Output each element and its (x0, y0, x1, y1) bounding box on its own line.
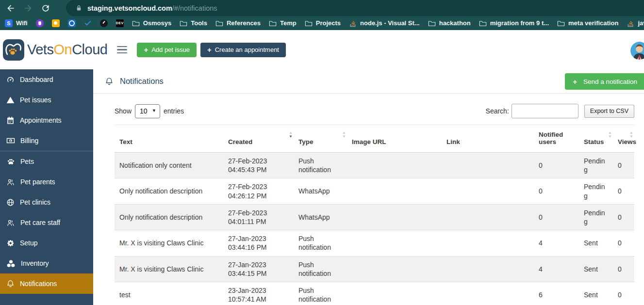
sidebar-item-inventory[interactable]: Inventory (0, 253, 93, 273)
bookmark-folder-tools[interactable]: Tools (180, 19, 207, 27)
bookmark-wifi[interactable]: SWifi (5, 19, 28, 27)
bookmark-folder-hackathon[interactable]: hackathon (428, 19, 471, 27)
column-header-views[interactable]: Views▲▼ (613, 125, 634, 153)
stackoverflow-icon (349, 19, 357, 27)
cell-status: Sent (579, 230, 613, 256)
globe-icon (6, 198, 15, 207)
cell-link (442, 153, 534, 178)
sort-desc-icon: ▼ (342, 135, 346, 139)
bell-icon (105, 77, 114, 86)
bookmark-folder-references[interactable]: References (215, 19, 261, 27)
bookmark-folder-migration[interactable]: migration from 9 t... (479, 19, 549, 27)
url-host: staging.vetsoncloud.com (87, 4, 172, 12)
page-size-select[interactable]: 10 (135, 104, 160, 118)
forward-icon[interactable] (23, 3, 33, 13)
cell-created: 27-Feb-2023 04:01:11 PM (223, 204, 294, 230)
folder-icon (180, 19, 187, 27)
cell-image-url (347, 256, 442, 282)
bookmark-folder-projects[interactable]: Projects (305, 19, 341, 27)
add-pet-issue-button[interactable]: +Add pet issue (137, 43, 197, 57)
bookmark-app-5[interactable] (100, 19, 108, 27)
gear-icon (6, 239, 15, 247)
sidebar-item-billing[interactable]: Billing (0, 130, 93, 151)
cell-views: 0 (613, 230, 634, 256)
search-input[interactable] (512, 104, 578, 118)
column-header-link[interactable]: Link (442, 125, 534, 153)
bookmark-app-4[interactable] (84, 19, 92, 27)
cell-views: 0 (613, 204, 634, 230)
table-row[interactable]: Only notification description 27-Feb-202… (115, 204, 634, 230)
cell-link (442, 230, 534, 256)
sidebar-item-dashboard[interactable]: Dashboard (0, 69, 93, 90)
cell-link (442, 178, 534, 204)
column-header-created[interactable]: Created▲▼ (223, 125, 294, 153)
cell-text: Notification only content (115, 153, 223, 178)
sidebar-item-pet-parents[interactable]: Pet parents (0, 172, 93, 192)
bookmark-app-1[interactable] (36, 19, 44, 27)
chevron-down-icon: ▼ (152, 108, 156, 113)
reload-icon[interactable] (41, 3, 50, 13)
bookmarks-bar: SWifi DEV Osmosys Tools References Temp … (0, 16, 644, 30)
sort-icons: ▲▼ (342, 131, 346, 139)
cell-text: Only notification description (115, 178, 223, 204)
table-row[interactable]: Mr. X is visiting Claws Clinic 27-Jan-20… (115, 256, 634, 282)
cell-type: Push notification (294, 282, 347, 305)
calendar-icon (6, 116, 15, 125)
back-icon[interactable] (6, 3, 16, 13)
bookmark-app-3[interactable] (68, 19, 76, 27)
screen: staging.vetsoncloud.com/#/notifications … (0, 0, 644, 305)
app-header: VetsOnCloud +Add pet issue +Create an ap… (0, 30, 644, 69)
send-notification-button[interactable]: +Send a notification (565, 73, 644, 90)
notifications-table: Text Created▲▼ Type▲▼ Image URL Link Not… (115, 125, 634, 305)
sidebar-item-setup[interactable]: Setup (0, 233, 93, 253)
bell-icon (6, 279, 15, 288)
column-header-image-url[interactable]: Image URL (347, 125, 442, 153)
bookmark-folder-osmosys[interactable]: Osmosys (132, 19, 172, 27)
cell-status: Sent (579, 256, 613, 282)
main-content: Notifications +Send a notification Show … (93, 69, 644, 305)
search-label: Search: (486, 107, 509, 115)
table-row[interactable]: Notification only content 27-Feb-2023 04… (115, 153, 634, 178)
cell-created: 27-Feb-2023 04:26:12 PM (223, 178, 294, 204)
cell-views: 0 (613, 153, 634, 178)
bookmark-folder-temp[interactable]: Temp (269, 19, 297, 27)
bookmark-nodejs[interactable]: node.js - Visual St... (349, 19, 420, 27)
sidebar-item-pet-clinics[interactable]: Pet clinics (0, 192, 93, 212)
sidebar-item-pet-issues[interactable]: Pet issues (0, 90, 93, 110)
sidebar-item-pet-care-staff[interactable]: Pet care staff (0, 212, 93, 233)
user-avatar[interactable] (630, 42, 644, 60)
url-text: staging.vetsoncloud.com/#/notifications (87, 4, 217, 13)
table-row[interactable]: test 23-Jan-2023 10:57:41 AM Push notifi… (115, 282, 634, 305)
bookmark-folder-meta-verification[interactable]: meta verification (557, 19, 618, 27)
cell-created: 23-Jan-2023 10:57:41 AM (223, 282, 294, 305)
dev-badge-icon: DEV (116, 19, 124, 27)
cell-link (442, 282, 534, 305)
vetsoncloud-logo-icon[interactable] (3, 39, 24, 61)
cell-views: 0 (613, 178, 634, 204)
paw-icon (6, 158, 15, 166)
table-row[interactable]: Mr. X is visiting Claws Clinic 27-Jan-20… (115, 230, 634, 256)
cell-status: Pending (579, 204, 613, 230)
address-bar[interactable]: staging.vetsoncloud.com/#/notifications (66, 0, 644, 16)
bookmark-app-6[interactable]: DEV (116, 19, 124, 27)
menu-toggle-icon[interactable] (117, 46, 127, 54)
column-header-type[interactable]: Type▲▼ (294, 125, 347, 153)
column-header-notified-users[interactable]: Notified users (534, 125, 579, 153)
dashboard-icon (6, 76, 15, 84)
cell-status: Sent (579, 282, 613, 305)
folder-icon (269, 19, 277, 27)
sort-desc-icon: ▼ (289, 135, 293, 139)
sidebar-item-pets[interactable]: Pets (0, 151, 93, 172)
cell-image-url (347, 178, 442, 204)
table-row[interactable]: Only notification description 27-Feb-202… (115, 178, 634, 204)
sidebar-item-notifications[interactable]: Notifications (0, 273, 93, 294)
page-header: Notifications +Send a notification (93, 69, 644, 94)
export-csv-button[interactable]: Export to CSV (584, 105, 634, 118)
column-header-status[interactable]: Status▲▼ (579, 125, 613, 153)
sidebar-item-appointments[interactable]: Appointments (0, 110, 93, 130)
bookmark-app-2[interactable] (52, 19, 60, 27)
column-header-text[interactable]: Text (115, 125, 223, 153)
bookmark-javascript[interactable]: javascript - Ar (627, 19, 644, 27)
entries-label: entries (164, 107, 184, 115)
create-appointment-button[interactable]: +Create an appointment (200, 43, 286, 57)
